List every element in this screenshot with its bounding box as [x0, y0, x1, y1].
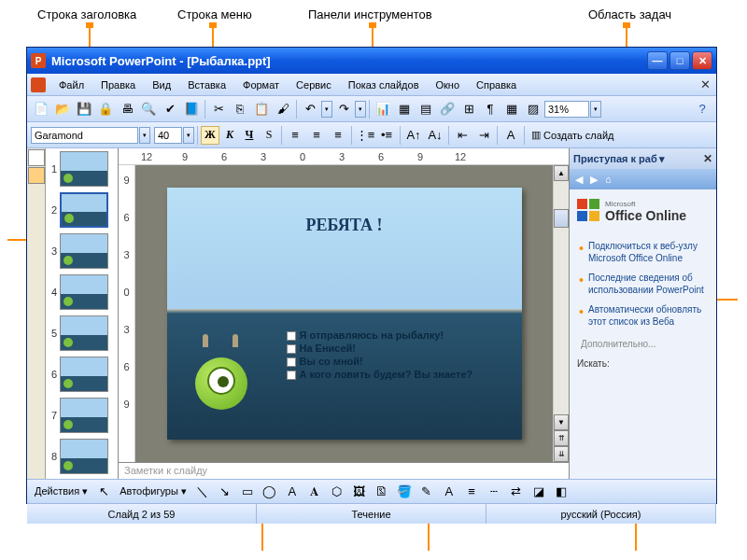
format-painter-icon[interactable]: 🖌: [273, 99, 293, 119]
menu-help[interactable]: Справка: [469, 77, 524, 92]
tp-link[interactable]: Автоматически обновлять этот список из В…: [577, 300, 709, 331]
spellcheck-icon[interactable]: ✔: [160, 99, 180, 119]
thumbnail-7[interactable]: [60, 398, 108, 433]
menu-insert[interactable]: Вставка: [180, 77, 233, 92]
slide-bullets[interactable]: Я отправляюсь на рыбалку! На Енисей! Вы …: [287, 328, 473, 382]
menu-view[interactable]: Вид: [145, 77, 178, 92]
scroll-thumb[interactable]: [554, 209, 569, 228]
minimize-button[interactable]: —: [647, 51, 668, 70]
picture-icon[interactable]: 🖻: [372, 482, 392, 502]
rectangle-icon[interactable]: ▭: [237, 482, 258, 502]
document-icon[interactable]: [31, 77, 46, 92]
slide-thumbnails-panel[interactable]: 1 2 3 4 5 6 7 8: [46, 148, 119, 479]
new-slide-button[interactable]: ▥ Создать слайд: [528, 129, 617, 141]
autoshapes-menu[interactable]: Автофигуры ▾: [116, 485, 190, 497]
font-size-dropdown[interactable]: ▾: [183, 127, 194, 144]
tables-borders-icon[interactable]: ▤: [416, 99, 436, 119]
menu-window[interactable]: Окно: [429, 77, 468, 92]
menu-file[interactable]: Файл: [51, 77, 92, 92]
copy-icon[interactable]: ⎘: [230, 99, 250, 119]
show-formatting-icon[interactable]: ¶: [480, 99, 500, 119]
tp-more-link[interactable]: Дополнительно...: [570, 335, 716, 353]
clipart-monster[interactable]: [188, 342, 253, 421]
redo-dropdown[interactable]: ▾: [355, 101, 366, 118]
menu-tools[interactable]: Сервис: [289, 77, 339, 92]
grid-icon[interactable]: ▦: [501, 99, 522, 119]
task-pane-dropdown-icon[interactable]: ▾: [659, 153, 665, 165]
wordart-icon[interactable]: 𝐀: [304, 482, 325, 502]
shadow-button[interactable]: S: [260, 126, 278, 145]
scroll-up-button[interactable]: ▲: [554, 165, 569, 181]
menu-format[interactable]: Формат: [235, 77, 287, 92]
undo-dropdown[interactable]: ▾: [321, 101, 332, 118]
thumbnail-2[interactable]: [60, 192, 108, 228]
table-icon[interactable]: ▦: [394, 99, 415, 119]
task-pane-close-icon[interactable]: ✕: [703, 152, 712, 165]
font-color-icon[interactable]: A: [500, 125, 521, 146]
textbox-icon[interactable]: A: [282, 482, 303, 502]
current-slide[interactable]: РЕБЯТА ! Я отправляюсь на рыбалку! На Ен…: [167, 188, 522, 440]
redo-icon[interactable]: ↷: [333, 99, 354, 119]
font-color-draw-icon[interactable]: A: [439, 482, 459, 502]
permission-icon[interactable]: 🔒: [95, 99, 116, 119]
dash-style-icon[interactable]: ┄: [484, 482, 504, 502]
undo-icon[interactable]: ↶: [300, 99, 320, 119]
shadow-style-icon[interactable]: ◪: [529, 482, 549, 502]
3d-style-icon[interactable]: ◧: [551, 482, 571, 502]
prev-slide-button[interactable]: ⇈: [554, 430, 569, 446]
tp-link[interactable]: Последние сведения об использовании Powe…: [577, 268, 709, 300]
menu-edit[interactable]: Правка: [93, 77, 143, 92]
font-family-field[interactable]: Garamond: [31, 127, 138, 144]
bulleted-list-icon[interactable]: •≡: [376, 125, 397, 146]
hyperlink-icon[interactable]: 🔗: [437, 99, 458, 119]
doc-close-button[interactable]: ✕: [698, 77, 712, 92]
menu-slideshow[interactable]: Показ слайдов: [341, 77, 427, 92]
arrow-icon[interactable]: ↘: [215, 482, 235, 502]
thumbnail-5[interactable]: [60, 315, 108, 351]
horizontal-ruler[interactable]: 12963036912: [119, 148, 569, 165]
zoom-field[interactable]: 31%: [544, 101, 589, 118]
tp-link[interactable]: Подключиться к веб-узлу Microsoft Office…: [577, 236, 709, 268]
thumbnail-8[interactable]: [60, 439, 108, 474]
home-icon[interactable]: ⌂: [605, 174, 612, 185]
italic-button[interactable]: К: [220, 126, 239, 145]
arrow-style-icon[interactable]: ⇄: [506, 482, 527, 502]
diagram-icon[interactable]: ⬡: [327, 482, 347, 502]
align-right-icon[interactable]: ≡: [328, 125, 348, 146]
new-icon[interactable]: 📄: [31, 99, 51, 119]
back-icon[interactable]: ◀: [575, 174, 583, 186]
cut-icon[interactable]: ✂: [208, 99, 229, 119]
line-color-icon[interactable]: ✎: [416, 482, 437, 502]
color-icon[interactable]: ▨: [523, 99, 543, 119]
line-icon[interactable]: ＼: [192, 482, 213, 502]
thumbnail-3[interactable]: [60, 233, 108, 269]
scroll-down-button[interactable]: ▼: [554, 414, 569, 430]
decrease-indent-icon[interactable]: ⇤: [452, 125, 472, 146]
underline-button[interactable]: Ч: [240, 126, 259, 145]
task-pane-header[interactable]: Приступая к раб ▾ ✕: [570, 148, 716, 169]
save-icon[interactable]: 💾: [74, 99, 94, 119]
vertical-scrollbar[interactable]: ▲ ▼ ⇈ ⇊: [553, 165, 569, 462]
help-icon[interactable]: ?: [692, 99, 712, 119]
align-center-icon[interactable]: ≡: [306, 125, 327, 146]
increase-indent-icon[interactable]: ⇥: [473, 125, 494, 146]
chart-icon[interactable]: 📊: [373, 99, 393, 119]
fill-color-icon[interactable]: 🪣: [394, 482, 415, 502]
clipart-icon[interactable]: 🖼: [349, 482, 370, 502]
research-icon[interactable]: 📘: [181, 99, 202, 119]
preview-icon[interactable]: 🔍: [138, 99, 159, 119]
draw-actions-menu[interactable]: Действия ▾: [31, 485, 92, 497]
close-button[interactable]: ✕: [692, 51, 712, 70]
expand-icon[interactable]: ⊞: [458, 99, 479, 119]
notes-pane[interactable]: Заметки к слайду: [119, 462, 569, 479]
thumbnail-4[interactable]: [60, 274, 108, 310]
vertical-ruler[interactable]: 9630369: [119, 165, 135, 462]
pointer-icon[interactable]: ↖: [93, 482, 114, 502]
font-size-field[interactable]: 40: [154, 127, 182, 144]
next-slide-button[interactable]: ⇊: [554, 446, 569, 462]
decrease-font-icon[interactable]: A↓: [425, 125, 445, 146]
font-family-dropdown[interactable]: ▾: [139, 127, 150, 144]
thumbnail-1[interactable]: [60, 151, 108, 187]
zoom-dropdown[interactable]: ▾: [590, 101, 601, 118]
align-left-icon[interactable]: ≡: [285, 125, 305, 146]
